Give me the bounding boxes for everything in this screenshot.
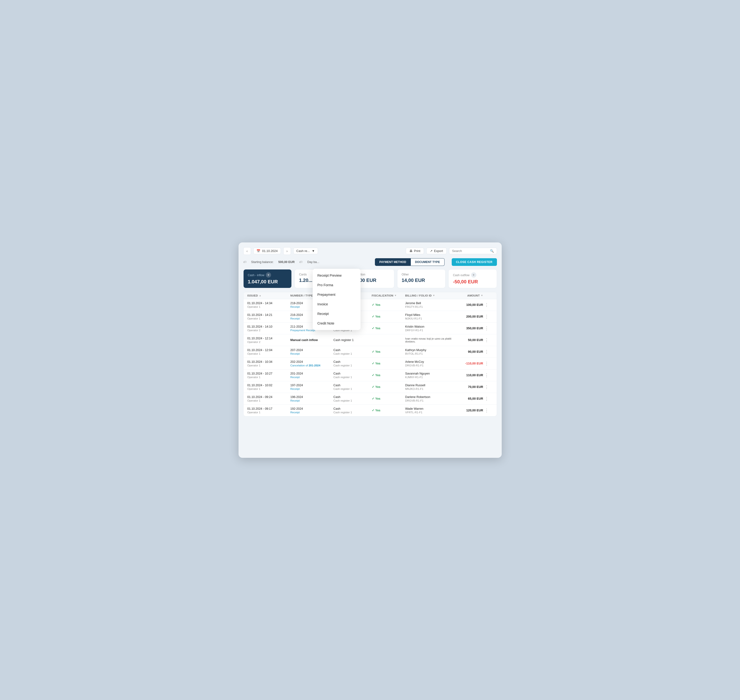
table-header: ISSUED ▲ NUMBER / TYPE ▼ PAYMENT METHOD … (244, 292, 497, 299)
sort-icon-amount: ▼ (481, 294, 483, 297)
print-label: Print (414, 249, 420, 253)
search-box: 🔍 (449, 248, 497, 254)
dropdown-items: Receipt PreviewPro FormaPrepaymentInvoic… (313, 271, 361, 328)
day-balance-label: Day ba... (307, 260, 319, 264)
dropdown-item-credit-note[interactable]: Credit Note (313, 319, 361, 328)
cash-inflow-card: Cash - inflow + 1.047,00 EUR (243, 269, 292, 288)
table-body: 01.10.2024 - 14:34 Operator 1 218-2024 R… (244, 299, 497, 416)
row-actions-button[interactable]: ⋮ (483, 407, 490, 414)
starting-balance-label: Starting balance: (251, 260, 274, 264)
print-button[interactable]: 🖶 Print (406, 248, 424, 254)
dropdown-item-receipt[interactable]: Receipt (313, 309, 361, 319)
cell-number-type: 197-2024 Receipt (291, 384, 333, 390)
table-row: 01.10.2024 - 09:17 Operator 1 192-2024 R… (244, 405, 497, 416)
close-cash-register-button[interactable]: CLOSE CASH REGISTER (452, 258, 497, 266)
other-card: Other 14,00 EUR (397, 269, 445, 288)
cell-payment: Cash Cash register 1 (333, 396, 372, 402)
row-actions-button[interactable]: ⋮ (483, 313, 490, 320)
table-row: 01.10.2024 - 14:34 Operator 1 218-2024 R… (244, 299, 497, 311)
cell-number-type: 201-2024 Receipt (291, 372, 333, 379)
cell-billing: Floyd Miles MJKIU-R1-F1 (405, 313, 453, 320)
cell-payment: Cash Cash register 1 (333, 349, 372, 355)
cell-number-type: 196-2024 Receipt (291, 396, 333, 402)
cell-amount: 120,00 EUR (453, 409, 483, 412)
app-container: ‹ 📅 01.10.2024 › Cash re... ▼ 🖶 Print ↗ … (239, 243, 502, 458)
cash-outflow-card: Cash outflow + -50,00 EUR (448, 269, 497, 288)
th-issued: ISSUED ▲ (247, 294, 291, 297)
table-row: 01.10.2024 - 14:21 Operator 1 216-2024 R… (244, 311, 497, 323)
cell-issued: 01.10.2024 - 10:34 Operator 1 (247, 360, 291, 367)
date-display: 📅 01.10.2024 (253, 248, 281, 254)
search-input[interactable] (452, 249, 488, 253)
cell-billing: Jerome Bell FRGTY-R1-F1 (405, 301, 453, 308)
calendar-icon: 📅 (257, 249, 260, 253)
cell-amount: 350,00 EUR (453, 326, 483, 330)
th-amount: AMOUNT ▼ (453, 294, 483, 297)
cell-billing: Ivan vratio novac koji je uzeo za platit… (405, 337, 453, 343)
cell-amount: 110,00 EUR (453, 374, 483, 377)
row-actions-button[interactable]: ⋮ (483, 325, 490, 332)
row-actions-button[interactable]: ⋮ (483, 301, 490, 308)
tag-icon-2: 🏷 (299, 260, 302, 264)
cell-amount: -110,00 EUR (453, 362, 483, 365)
cash-register-label: Cash re... (297, 249, 310, 253)
table-row: 01.10.2024 - 12:04 Operator 1 207-2024 R… (244, 346, 497, 358)
export-label: Export (434, 249, 443, 253)
row-actions-button[interactable]: ⋮ (483, 360, 490, 367)
cell-billing: Savannah Nguyen KJMNY-R1-F1 (405, 372, 453, 379)
other-label: Other (402, 273, 409, 276)
table-row: 01.10.2024 - 10:27 Operator 1 201-2024 R… (244, 369, 497, 381)
export-button[interactable]: ↗ Export (426, 248, 447, 254)
dropdown-item-receipt-preview[interactable]: Receipt Preview (313, 271, 361, 280)
document-type-button[interactable]: DOCUMENT TYPE (411, 258, 445, 266)
cash-register-dropdown[interactable]: Cash re... ▼ (293, 248, 318, 254)
starting-balance-value: 500,00 EUR (278, 260, 295, 264)
table-row: 01.10.2024 - 14:10 Operator 2 211-2024 P… (244, 323, 497, 334)
cell-issued: 01.10.2024 - 12:14 Operator 2 (247, 337, 291, 343)
cell-issued: 01.10.2024 - 14:21 Operator 1 (247, 313, 291, 320)
cell-fiscalization: ✓ Yes (372, 303, 405, 307)
cell-fiscalization: ✓ Yes (372, 315, 405, 318)
transactions-table: ISSUED ▲ NUMBER / TYPE ▼ PAYMENT METHOD … (243, 292, 497, 416)
payment-method-button[interactable]: PAYMENT METHOD (375, 258, 411, 266)
th-billing: BILLING / FOLIO ID ▼ (405, 294, 453, 297)
cell-issued: 01.10.2024 - 10:02 Operator 1 (247, 384, 291, 390)
cell-issued: 01.10.2024 - 10:27 Operator 1 (247, 372, 291, 379)
cash-outflow-add-button[interactable]: + (471, 272, 476, 278)
dropdown-item-pro-forma[interactable]: Pro Forma (313, 280, 361, 290)
dropdown-item-invoice[interactable]: Invoice (313, 299, 361, 309)
row-actions-button[interactable]: ⋮ (483, 372, 490, 379)
cell-number-type: 207-2024 Receipt (291, 349, 333, 355)
cards-label: Cards (299, 273, 307, 276)
cell-billing: Dianne Russell MNJKO-R1-F1 (405, 384, 453, 390)
row-actions-button[interactable]: ⋮ (483, 349, 490, 355)
cell-fiscalization: ✓ Yes (372, 326, 405, 330)
search-icon: 🔍 (490, 249, 494, 253)
cell-fiscalization: ✓ Yes (372, 362, 405, 365)
th-fiscalization: FISCALIZATION ▼ (372, 294, 405, 297)
cell-number-type: 192-2024 Receipt (291, 407, 333, 414)
cell-issued: 01.10.2024 - 14:34 Operator 1 (247, 301, 291, 308)
table-row: 01.10.2024 - 12:14 Operator 2 Manual cas… (244, 334, 497, 346)
cash-inflow-add-button[interactable]: + (266, 272, 271, 278)
export-icon: ↗ (430, 249, 433, 253)
table-row: 01.10.2024 - 10:34 Operator 1 202-2024 C… (244, 358, 497, 369)
row-actions-button[interactable]: ⋮ (483, 337, 490, 343)
cell-payment: Cash Cash register 1 (333, 407, 372, 414)
cell-amount: 100,00 EUR (453, 303, 483, 307)
prev-date-button[interactable]: ‹ (243, 247, 251, 255)
top-bar: ‹ 📅 01.10.2024 › Cash re... ▼ 🖶 Print ↗ … (243, 247, 497, 255)
row-actions-button[interactable]: ⋮ (483, 384, 490, 390)
row-actions-button[interactable]: ⋮ (483, 396, 490, 402)
cell-billing: Wade Warren VFRTL-R1-F1 (405, 407, 453, 414)
cell-amount: 200,00 EUR (453, 315, 483, 318)
cell-issued: 01.10.2024 - 12:04 Operator 1 (247, 349, 291, 355)
cell-payment: Cash register 1 (333, 338, 372, 342)
cell-payment: Cash Cash register 1 (333, 372, 372, 379)
cell-amount: 50,00 EUR (453, 338, 483, 342)
next-date-button[interactable]: › (283, 247, 291, 255)
date-value: 01.10.2024 (262, 249, 278, 253)
sort-icon-billing: ▼ (433, 294, 435, 297)
cell-amount: 70,00 EUR (453, 385, 483, 389)
dropdown-item-prepayment[interactable]: Prepayment (313, 290, 361, 299)
